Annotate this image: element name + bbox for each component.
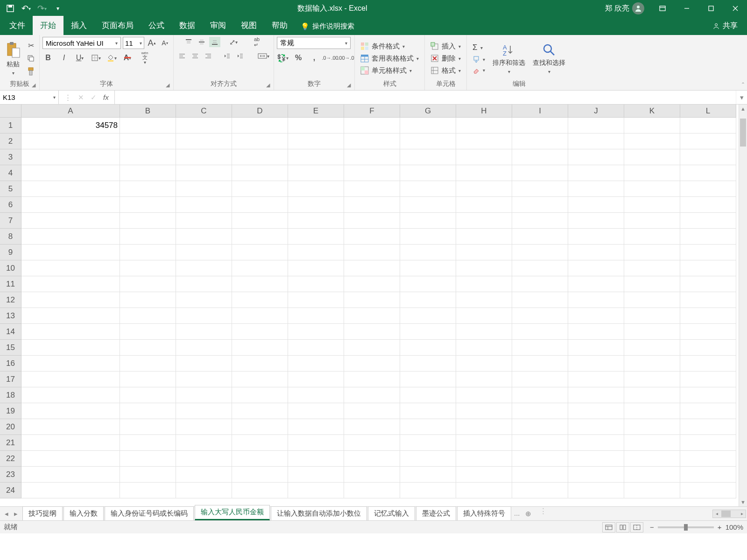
cell[interactable] (21, 324, 120, 340)
cell[interactable] (568, 371, 624, 387)
cell[interactable] (176, 165, 232, 181)
accounting-format-button[interactable]: 💱▾ (277, 53, 288, 63)
tab-home[interactable]: 开始 (33, 16, 63, 35)
cell[interactable] (456, 467, 512, 483)
cell[interactable] (21, 340, 120, 356)
column-header[interactable]: C (176, 105, 232, 118)
cell[interactable] (344, 165, 400, 181)
cell[interactable] (624, 133, 680, 149)
cell[interactable] (232, 149, 288, 165)
cell[interactable] (568, 229, 624, 245)
cell[interactable] (120, 308, 176, 324)
cell[interactable] (176, 149, 232, 165)
cell[interactable] (456, 419, 512, 435)
cell[interactable] (456, 213, 512, 229)
row-header[interactable]: 1 (0, 118, 21, 133)
cell[interactable] (232, 371, 288, 387)
cell[interactable] (288, 118, 344, 133)
column-header[interactable]: F (344, 105, 400, 118)
cell[interactable] (21, 308, 120, 324)
cell[interactable] (624, 340, 680, 356)
cell[interactable] (456, 260, 512, 276)
cell[interactable] (680, 356, 736, 371)
cell[interactable] (21, 197, 120, 213)
cell[interactable] (512, 387, 568, 403)
cell[interactable] (512, 483, 568, 498)
cell[interactable] (400, 308, 456, 324)
cell[interactable] (456, 340, 512, 356)
cell[interactable] (21, 403, 120, 419)
cell[interactable] (400, 467, 456, 483)
find-select-button[interactable]: 查找和选择▾ (530, 41, 568, 76)
cell[interactable] (680, 451, 736, 467)
row-header[interactable]: 19 (0, 403, 21, 419)
cell[interactable] (624, 292, 680, 308)
comma-style-button[interactable]: , (309, 53, 320, 63)
cell[interactable] (680, 308, 736, 324)
sheet-tab[interactable]: 墨迹公式 (416, 506, 456, 520)
cell[interactable] (232, 419, 288, 435)
cell[interactable] (400, 133, 456, 149)
cell[interactable] (21, 292, 120, 308)
cell[interactable] (680, 467, 736, 483)
cell[interactable] (680, 165, 736, 181)
cell[interactable] (288, 292, 344, 308)
sheet-prev-icon[interactable]: ◂ (5, 510, 8, 518)
cell[interactable] (624, 213, 680, 229)
align-center-icon[interactable] (190, 51, 201, 61)
cell[interactable] (21, 133, 120, 149)
cell[interactable] (344, 197, 400, 213)
cell[interactable] (456, 181, 512, 197)
cell[interactable] (176, 260, 232, 276)
cell[interactable] (120, 229, 176, 245)
cell[interactable] (512, 451, 568, 467)
cell[interactable] (456, 435, 512, 451)
increase-font-icon[interactable]: A▴ (146, 38, 157, 48)
row-header[interactable]: 15 (0, 340, 21, 356)
sheet-tab[interactable]: 让输入数据自动添加小数位 (271, 506, 367, 520)
cell[interactable] (624, 451, 680, 467)
cell[interactable] (512, 292, 568, 308)
cell[interactable] (624, 276, 680, 292)
dialog-launcher-icon[interactable]: ◢ (166, 82, 169, 88)
formula-input[interactable] (115, 91, 736, 104)
cell[interactable] (120, 403, 176, 419)
decrease-font-icon[interactable]: A▾ (159, 38, 170, 48)
cell[interactable] (344, 213, 400, 229)
cell[interactable] (232, 197, 288, 213)
close-button[interactable] (725, 0, 746, 17)
cell[interactable] (232, 451, 288, 467)
cell[interactable] (680, 245, 736, 260)
increase-indent-icon[interactable] (234, 51, 246, 61)
font-color-button[interactable]: A ▾ (122, 53, 133, 63)
cell[interactable] (456, 483, 512, 498)
new-sheet-button[interactable]: ⊕ (522, 507, 535, 520)
cell[interactable] (344, 308, 400, 324)
page-layout-view-icon[interactable] (616, 522, 629, 532)
cell[interactable] (120, 387, 176, 403)
cell[interactable] (120, 276, 176, 292)
cell[interactable] (512, 133, 568, 149)
cell[interactable] (120, 260, 176, 276)
cell[interactable] (21, 387, 120, 403)
cell[interactable] (512, 403, 568, 419)
cell[interactable] (624, 260, 680, 276)
cell[interactable] (400, 197, 456, 213)
cell-styles-button[interactable]: 单元格样式▾ (358, 65, 422, 76)
cell[interactable] (288, 149, 344, 165)
row-header[interactable]: 8 (0, 229, 21, 245)
cell[interactable] (624, 229, 680, 245)
enter-formula-icon[interactable]: ✓ (91, 93, 97, 102)
cell[interactable] (680, 435, 736, 451)
cell[interactable] (288, 371, 344, 387)
cell[interactable] (21, 276, 120, 292)
cell[interactable] (400, 340, 456, 356)
cell[interactable] (344, 260, 400, 276)
column-header[interactable]: H (456, 105, 512, 118)
cell[interactable] (232, 292, 288, 308)
cell[interactable] (568, 213, 624, 229)
cell[interactable] (568, 387, 624, 403)
cell[interactable] (456, 356, 512, 371)
cell[interactable] (400, 118, 456, 133)
cell[interactable] (288, 133, 344, 149)
